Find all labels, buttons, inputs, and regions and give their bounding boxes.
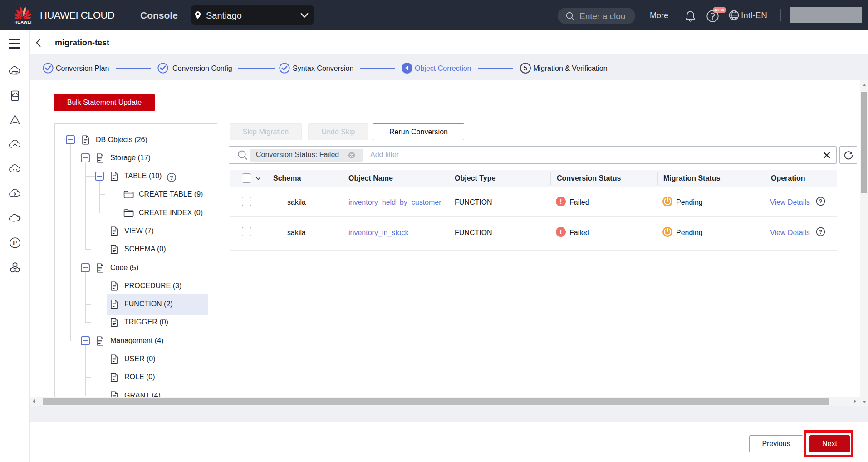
svg-text:IP: IP — [13, 240, 17, 246]
svg-text:?: ? — [819, 228, 823, 235]
svg-text:?: ? — [819, 198, 823, 205]
svg-text:?: ? — [170, 174, 173, 181]
